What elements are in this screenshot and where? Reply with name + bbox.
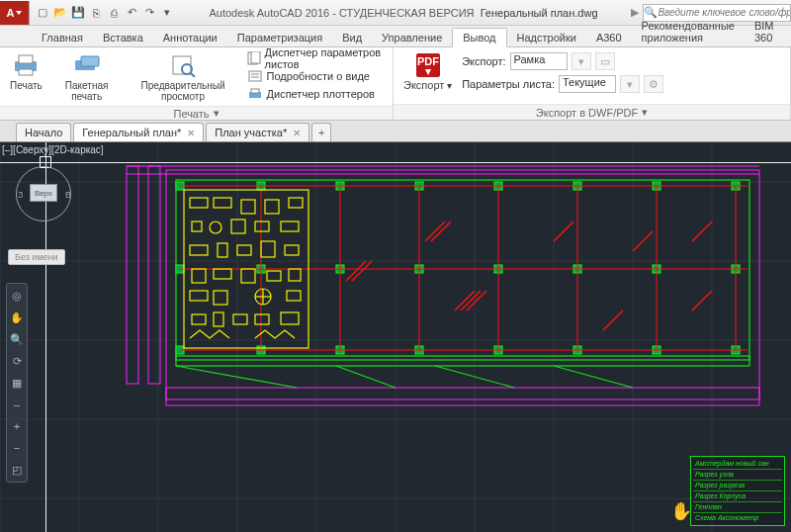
svg-rect-102 xyxy=(218,243,227,257)
nav-zoom-icon[interactable]: 🔍 xyxy=(9,331,25,347)
svg-line-88 xyxy=(692,291,712,310)
nav-extents-icon[interactable]: ◰ xyxy=(9,462,25,478)
sheet-params-dropdown[interactable]: ▾ xyxy=(620,75,640,93)
export-button[interactable]: PDF Экспорт ▾ xyxy=(399,49,456,93)
svg-rect-1 xyxy=(19,55,33,63)
qat-dropdown-icon[interactable]: ▾ xyxy=(158,4,176,22)
panel-print: Печать Пакетная печать Предварительный п… xyxy=(0,47,394,120)
legend-row[interactable]: Разрез разреза xyxy=(693,481,782,491)
svg-rect-2 xyxy=(19,69,33,75)
quick-access-toolbar: ▢ 📂 💾 ⎘ ⎙ ↶ ↷ ▾ xyxy=(30,4,180,22)
export-type-value[interactable]: Рамка xyxy=(510,52,568,70)
tab-parametric[interactable]: Параметризация xyxy=(227,29,332,46)
navigation-bar: ◎ ✋ 🔍 ⟳ ▦ – + − ◰ xyxy=(6,283,28,483)
svg-rect-100 xyxy=(281,222,299,231)
legend-row[interactable]: Разрез узла xyxy=(693,470,782,481)
tab-featured[interactable]: Рекомендованные приложения xyxy=(632,17,745,46)
undo-icon[interactable]: ↶ xyxy=(123,4,140,22)
panel-export-title[interactable]: Экспорт в DWF/PDF▾ xyxy=(394,104,790,120)
doctab-general-plan[interactable]: Генеральный план*✕ xyxy=(73,123,204,141)
document-tabs: Начало Генеральный план*✕ План участка*✕… xyxy=(0,121,791,142)
new-icon[interactable]: ▢ xyxy=(34,4,51,22)
legend-row[interactable]: Схема Аксонометр xyxy=(693,513,782,523)
close-icon[interactable]: ✕ xyxy=(187,128,195,138)
sheets-icon xyxy=(247,50,261,66)
nav-orbit-icon[interactable]: ⟳ xyxy=(9,353,25,369)
export-type-dropdown[interactable]: ▾ xyxy=(571,52,591,70)
plotter-icon xyxy=(247,86,263,102)
svg-rect-115 xyxy=(214,291,227,305)
tab-output[interactable]: Вывод xyxy=(452,28,506,47)
svg-rect-106 xyxy=(192,269,206,283)
app-menu-button[interactable]: A xyxy=(0,1,30,25)
crosshair-h xyxy=(0,162,791,163)
legend-row[interactable]: Амстердам новый сан xyxy=(693,459,782,470)
printer-icon xyxy=(10,51,42,79)
tab-insert[interactable]: Вставка xyxy=(93,29,153,46)
pdf-icon: PDF xyxy=(412,51,444,79)
svg-line-80 xyxy=(425,222,445,241)
panel-print-title[interactable]: Печать▾ xyxy=(0,106,393,120)
svg-rect-94 xyxy=(265,200,279,214)
tab-manage[interactable]: Управление xyxy=(372,29,452,46)
doctab-new[interactable]: + xyxy=(311,123,331,141)
doctab-start[interactable]: Начало xyxy=(16,123,71,141)
print-icon[interactable]: ⎙ xyxy=(105,4,123,22)
svg-rect-10 xyxy=(249,71,261,81)
svg-line-85 xyxy=(554,222,573,241)
svg-rect-91 xyxy=(190,198,208,208)
open-icon[interactable]: 📂 xyxy=(51,4,69,22)
svg-line-43 xyxy=(554,366,633,388)
print-button[interactable]: Печать xyxy=(6,49,46,93)
drawing-viewport[interactable]: [–][Сверху][2D-каркас] З В Верх Без имен… xyxy=(0,142,791,532)
view-unnamed-badge[interactable]: Без имени xyxy=(8,249,65,265)
svg-line-78 xyxy=(346,261,366,281)
tab-bim360[interactable]: BIM 360 xyxy=(745,17,784,46)
viewcube-top-face[interactable]: Верх xyxy=(30,184,57,202)
svg-rect-120 xyxy=(255,314,269,324)
viewcube-west[interactable]: З xyxy=(18,190,23,200)
svg-line-83 xyxy=(461,291,481,310)
doctab-site-plan[interactable]: План участка*✕ xyxy=(206,123,309,141)
save-icon[interactable]: 💾 xyxy=(69,4,87,22)
preview-icon xyxy=(167,51,199,79)
sheet-params-row: Параметры листа: Текущие ▾ ⚙ xyxy=(462,74,663,94)
tab-a360[interactable]: A360 xyxy=(586,29,632,46)
svg-rect-35 xyxy=(166,388,759,405)
redo-icon[interactable]: ↷ xyxy=(140,4,158,22)
svg-rect-108 xyxy=(241,269,255,283)
plotter-manager-button[interactable]: Диспетчер плоттеров xyxy=(245,85,387,103)
svg-rect-121 xyxy=(281,312,299,324)
view-details-button[interactable]: Подробности о виде xyxy=(245,67,387,85)
nav-showmotion-icon[interactable]: ▦ xyxy=(9,375,25,391)
viewcube-east[interactable]: В xyxy=(65,190,71,200)
preview-button[interactable]: Предварительный просмотр xyxy=(128,49,239,104)
tab-annotate[interactable]: Аннотации xyxy=(153,29,227,46)
export-window-icon[interactable]: ▭ xyxy=(595,52,615,70)
layer-legend[interactable]: Амстердам новый сан Разрез узла Разрез р… xyxy=(690,456,785,526)
tab-view[interactable]: Вид xyxy=(332,29,372,46)
saveas-icon[interactable]: ⎘ xyxy=(87,4,105,22)
svg-point-97 xyxy=(210,222,221,233)
nav-pan-icon[interactable]: ✋ xyxy=(9,310,25,325)
nav-sep: – xyxy=(9,397,25,412)
viewcube[interactable]: З В Верх xyxy=(16,166,71,222)
tab-home[interactable]: Главная xyxy=(32,29,93,46)
legend-row[interactable]: Разрез Корпуса xyxy=(693,491,782,502)
batch-print-button[interactable]: Пакетная печать xyxy=(52,49,122,104)
nav-zoomin-icon[interactable]: + xyxy=(9,418,25,434)
chevron-down-icon: ▾ xyxy=(214,107,220,120)
tab-addins[interactable]: Надстройки xyxy=(507,29,586,46)
svg-line-40 xyxy=(176,366,297,388)
sheet-params-value[interactable]: Текущие xyxy=(559,75,616,93)
tab-performance[interactable]: Perf xyxy=(783,29,791,46)
nav-wheel-icon[interactable]: ◎ xyxy=(9,288,25,304)
svg-rect-32 xyxy=(127,166,138,384)
legend-row[interactable]: Генплан xyxy=(693,502,782,513)
batch-printer-icon xyxy=(71,51,103,79)
svg-rect-93 xyxy=(241,200,255,214)
nav-zoomout-icon[interactable]: − xyxy=(9,440,25,456)
page-setup-manager-button[interactable]: Диспетчер параметров листов xyxy=(245,49,387,67)
viewport-controls[interactable]: [–][Сверху][2D-каркас] xyxy=(2,144,104,155)
close-icon[interactable]: ✕ xyxy=(293,128,301,138)
